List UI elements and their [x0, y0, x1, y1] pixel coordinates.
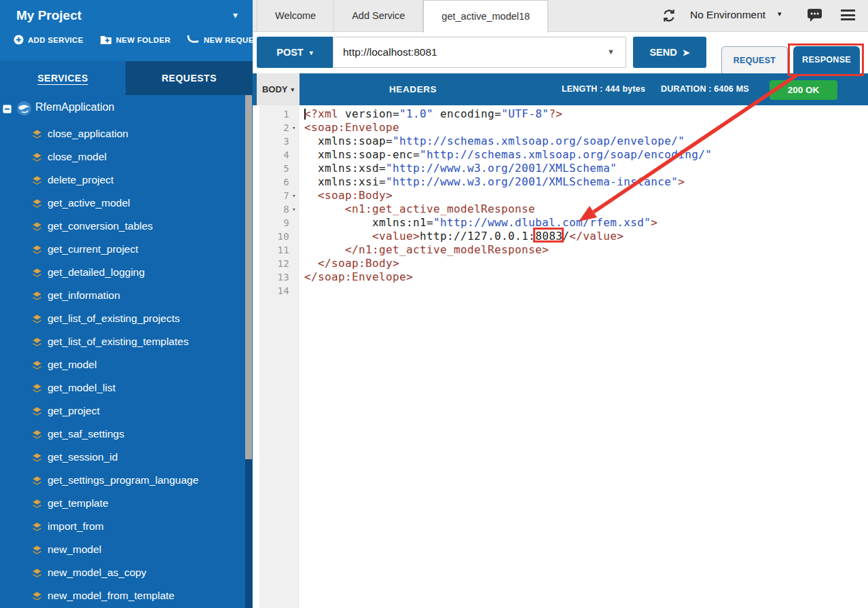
url-input[interactable]: http://localhost:8081 — [333, 37, 626, 68]
add-service-button[interactable]: ADD SERVICE — [14, 35, 84, 46]
project-dropdown-caret-icon[interactable]: ▾ — [233, 10, 238, 20]
method-label: get_project — [48, 405, 100, 417]
sidebar-item-get_conversion_tables[interactable]: get_conversion_tables — [0, 215, 253, 238]
url-value: http://localhost:8081 — [343, 46, 437, 58]
sidebar-item-get_information[interactable]: get_information — [0, 284, 253, 307]
line-number: 4 — [259, 148, 289, 162]
sidebar-item-get_session_id[interactable]: get_session_id — [0, 446, 253, 469]
chat-icon[interactable] — [807, 8, 823, 26]
hamburger-menu-icon[interactable] — [841, 10, 855, 23]
code-lines: 1<?xml version="1.0" encoding="UTF-8"?>2… — [259, 107, 868, 298]
code-text[interactable]: xmlns:soap-enc="http://schemas.xmlsoap.o… — [299, 148, 712, 162]
sidebar-item-get_active_model[interactable]: get_active_model — [0, 192, 253, 215]
method-label: get_conversion_tables — [48, 220, 153, 232]
code-text[interactable]: xmlns:xsi="http://www.w3.org/2001/XMLSch… — [299, 175, 685, 189]
collapse-minus-icon[interactable] — [3, 104, 12, 116]
body-dropdown[interactable]: BODY ▾ — [257, 73, 300, 105]
code-text[interactable]: xmlns:xsd="http://www.w3.org/2001/XMLSch… — [299, 162, 617, 175]
sidebar-item-get_settings_program_language[interactable]: get_settings_program_language — [0, 469, 253, 492]
sidebar-item-get_model[interactable]: get_model — [0, 353, 253, 376]
method-label: get_detailed_logging — [48, 266, 145, 279]
body-label: BODY — [262, 84, 288, 94]
method-label: new_model_as_copy — [48, 567, 147, 579]
fold-gutter — [289, 107, 299, 121]
response-body-editor[interactable]: 1<?xml version="1.0" encoding="UTF-8"?>2… — [253, 105, 868, 608]
sidebar-item-delete_project[interactable]: delete_project — [0, 168, 253, 192]
request-toggle-button[interactable]: REQUEST — [721, 46, 788, 73]
method-label: import_from — [48, 520, 104, 533]
request-url-row: POST ▾ http://localhost:8081 ▼ SEND ➤ RE… — [253, 33, 868, 73]
code-text[interactable]: <n1:get_active_modelResponse — [299, 202, 535, 216]
method-label: new_model_from_template — [48, 590, 175, 602]
sidebar-item-get_list_of_existing_templates[interactable]: get_list_of_existing_templates — [0, 330, 253, 353]
add-service-label: ADD SERVICE — [28, 36, 84, 44]
environment-caret-icon[interactable]: ▾ — [778, 10, 782, 18]
tab-services[interactable]: SERVICES — [0, 61, 126, 95]
sidebar-item-get_template[interactable]: get_template — [0, 492, 253, 515]
sidebar-tabs: SERVICES REQUESTS — [0, 61, 253, 95]
code-text[interactable]: xmlns:soap="http://schemas.xmlsoap.org/s… — [299, 135, 685, 148]
line-number: 10 — [259, 230, 289, 243]
sidebar-item-get_detailed_logging[interactable]: get_detailed_logging — [0, 261, 253, 284]
line-number: 11 — [259, 243, 289, 257]
sidebar-item-close_model[interactable]: close_model — [0, 145, 253, 168]
headers-tab[interactable]: HEADERS — [389, 73, 437, 105]
environment-selector[interactable]: No Environment — [690, 9, 765, 21]
body-caret-icon: ▾ — [291, 86, 295, 93]
url-history-caret-icon[interactable]: ▼ — [607, 48, 615, 56]
sidebar-item-get_list_of_existing_projects[interactable]: get_list_of_existing_projects — [0, 307, 253, 330]
sidebar-item-new_model[interactable]: new_model — [0, 538, 253, 561]
method-select[interactable]: POST ▾ — [257, 37, 333, 68]
method-label: get_saf_settings — [48, 428, 124, 440]
sidebar-item-new_model_as_copy[interactable]: new_model_as_copy — [0, 561, 253, 584]
method-label: get_list_of_existing_projects — [48, 312, 180, 325]
document-tabs: WelcomeAdd Serviceget_active_model18 — [257, 0, 548, 32]
code-line-13: 13</soap:Envelope> — [259, 270, 868, 284]
code-text[interactable]: </soap:Envelope> — [299, 270, 413, 284]
fold-arrow-icon[interactable]: ▾ — [289, 189, 299, 202]
sidebar-item-get_model_list[interactable]: get_model_list — [0, 376, 253, 399]
code-text[interactable]: </n1:get_active_modelResponse> — [299, 243, 549, 257]
fold-gutter — [289, 162, 299, 175]
new-folder-button[interactable]: NEW FOLDER — [100, 35, 170, 46]
code-text[interactable]: <soap:Body> — [299, 189, 393, 202]
code-line-3: 3 xmlns:soap="http://schemas.xmlsoap.org… — [259, 135, 868, 148]
code-text[interactable]: <?xml version="1.0" encoding="UTF-8"?> — [299, 107, 562, 121]
response-toggle-button[interactable]: RESPONSE — [793, 46, 860, 73]
sidebar-item-get_current_project[interactable]: get_current_project — [0, 238, 253, 261]
sidebar-item-get_project[interactable]: get_project — [0, 399, 253, 423]
service-name: RfemApplication — [35, 101, 115, 113]
scrollbar-track[interactable] — [245, 459, 252, 608]
scrollbar-thumb[interactable] — [245, 95, 252, 459]
sidebar-scrollbar[interactable] — [245, 95, 253, 608]
code-text[interactable]: <value>http://127.0.0.1:8083/</value> — [299, 230, 623, 243]
doc-tab-add-service[interactable]: Add Service — [334, 0, 423, 32]
doc-tab-get_active_model18[interactable]: get_active_model18 — [423, 0, 548, 33]
sidebar-item-new_model_from_template[interactable]: new_model_from_template — [0, 584, 253, 607]
code-text[interactable]: </soap:Body> — [299, 257, 399, 270]
fold-gutter — [289, 148, 299, 162]
sidebar-item-close_application[interactable]: close_application — [0, 122, 253, 145]
fold-arrow-icon[interactable]: ▾ — [289, 121, 299, 135]
fold-gutter — [289, 230, 299, 243]
method-caret-icon: ▾ — [310, 49, 313, 56]
diamond-layers-icon — [31, 313, 43, 325]
code-line-12: 12 </soap:Body> — [259, 257, 868, 270]
sidebar-item-import_from[interactable]: import_from — [0, 515, 253, 538]
service-row-rfemapplication[interactable]: RfemApplication — [0, 95, 253, 122]
diamond-layers-icon — [31, 290, 43, 302]
doc-tab-welcome[interactable]: Welcome — [257, 0, 334, 32]
sidebar-item-get_saf_settings[interactable]: get_saf_settings — [0, 423, 253, 446]
tab-requests[interactable]: REQUESTS — [126, 61, 253, 95]
code-text[interactable]: <soap:Envelope — [299, 121, 399, 135]
response-length: LENGTH : 444 bytes — [562, 73, 645, 105]
code-text[interactable]: xmlns:n1="http://www.dlubal.com/rfem.xsd… — [299, 216, 657, 230]
sidebar: My Project ▾ ADD SERVICE NEW FOLDER — [0, 0, 253, 608]
method-label: get_model_list — [48, 382, 115, 394]
send-button[interactable]: SEND ➤ — [633, 37, 706, 68]
refresh-icon[interactable] — [661, 7, 677, 26]
diamond-layers-icon — [31, 244, 43, 255]
code-text[interactable] — [299, 284, 304, 298]
fold-arrow-icon[interactable]: ▾ — [289, 202, 299, 216]
line-number: 1 — [259, 107, 289, 121]
